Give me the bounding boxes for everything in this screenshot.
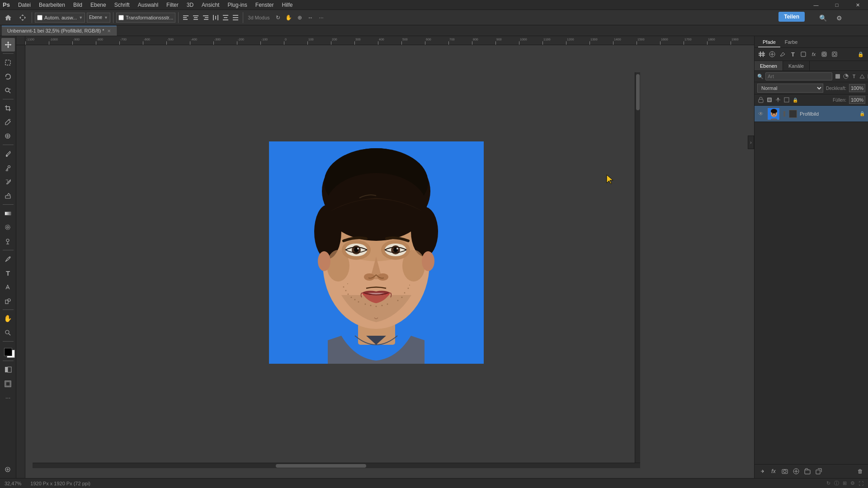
filter-pixel-icon[interactable] xyxy=(834,73,841,80)
add-group-icon[interactable] xyxy=(802,466,812,476)
lock-position-icon[interactable] xyxy=(774,96,782,103)
orbit-icon[interactable]: ↔ xyxy=(306,13,315,22)
panel-tab-pfade[interactable]: Pfade xyxy=(758,38,780,47)
more-tools-button[interactable]: ··· xyxy=(1,391,15,404)
document-tab[interactable]: Unbenannt-1 bei 32,5% (Profilbild, RGB/8… xyxy=(2,26,117,36)
crop-tool[interactable] xyxy=(1,101,15,115)
filter-type-icon[interactable]: T xyxy=(850,73,858,80)
add-adjustment-icon[interactable] xyxy=(791,466,801,476)
quick-select-tool[interactable] xyxy=(1,84,15,97)
menu-3d[interactable]: 3D xyxy=(183,1,197,9)
status-expand-icon[interactable]: ⛶ xyxy=(859,481,863,486)
search-icon[interactable]: 🔍 xyxy=(816,12,829,24)
status-grid-icon[interactable]: ⊞ xyxy=(843,480,847,486)
menu-ebene[interactable]: Ebene xyxy=(87,1,110,9)
healing-tool[interactable] xyxy=(1,129,15,143)
share-button[interactable]: Teilen xyxy=(778,12,805,22)
screen-mode-button[interactable] xyxy=(1,377,15,390)
layer-tab-ebenen[interactable]: Ebenen xyxy=(755,61,783,70)
menu-auswahl[interactable]: Auswahl xyxy=(134,1,162,9)
layer-tab-kanaele[interactable]: Kanäle xyxy=(783,61,810,70)
menu-datei[interactable]: Datei xyxy=(14,1,34,9)
lock-image-icon[interactable] xyxy=(766,96,773,103)
type-tool[interactable]: T xyxy=(1,266,15,280)
color-swatches[interactable] xyxy=(1,345,15,359)
eraser-tool[interactable] xyxy=(1,189,15,202)
transform-checkbox[interactable] xyxy=(118,15,124,20)
vertical-scrollbar-thumb[interactable] xyxy=(636,74,640,110)
menu-filter[interactable]: Filter xyxy=(163,1,182,9)
quick-mask-toggle[interactable] xyxy=(1,363,15,376)
menu-fenster[interactable]: Fenster xyxy=(252,1,278,9)
minimize-button[interactable]: — xyxy=(806,0,826,10)
create-layer-icon[interactable] xyxy=(757,50,766,59)
add-mask-bottom-icon[interactable] xyxy=(780,466,790,476)
opacity-value[interactable]: 100% xyxy=(849,84,865,92)
eyedropper-tool[interactable] xyxy=(1,115,15,129)
filter-adjustment-icon[interactable] xyxy=(842,73,849,80)
close-button[interactable]: ✕ xyxy=(847,0,868,10)
pan-icon[interactable]: ✋ xyxy=(284,13,293,22)
layer-mode-dropdown[interactable]: Ebene ▼ xyxy=(87,13,110,23)
auto-select-checkbox[interactable] xyxy=(37,15,42,20)
menu-schrift[interactable]: Schrift xyxy=(111,1,133,9)
zoom-tool[interactable] xyxy=(1,326,15,339)
menu-bild[interactable]: Bild xyxy=(70,1,86,9)
edit-icon[interactable] xyxy=(778,50,787,59)
add-mask-icon[interactable] xyxy=(768,50,777,59)
blur-tool[interactable] xyxy=(1,221,15,234)
home-icon[interactable] xyxy=(2,11,14,24)
layer-visibility-toggle[interactable]: 👁 xyxy=(757,110,764,117)
foreground-color-swatch[interactable] xyxy=(4,348,12,356)
layer-item-profilbild[interactable]: 👁 xyxy=(755,106,868,122)
lock-layers-icon[interactable]: 🔒 xyxy=(856,50,865,59)
delete-layer-icon[interactable]: 🗑 xyxy=(855,466,865,476)
more-tools-icon[interactable]: ··· xyxy=(317,13,326,22)
blend-mode-dropdown[interactable]: Normal xyxy=(757,84,823,93)
transform-dropdown[interactable]: Transformationssstr... xyxy=(116,13,175,23)
hand-tool[interactable]: ✋ xyxy=(1,312,15,325)
shape-layer-icon[interactable] xyxy=(799,50,808,59)
move-tool-icon[interactable] xyxy=(16,11,29,24)
type-layer-icon[interactable]: T xyxy=(788,50,797,59)
settings-icon[interactable]: ⚙ xyxy=(833,12,845,24)
history-brush-tool[interactable] xyxy=(1,175,15,188)
lock-artboard-icon[interactable] xyxy=(783,96,790,103)
panel-collapse-button[interactable]: › xyxy=(748,136,754,149)
add-style-icon[interactable]: fx xyxy=(769,466,778,476)
tab-close-icon[interactable]: ✕ xyxy=(107,28,111,33)
dodge-tool[interactable] xyxy=(1,235,15,248)
maximize-button[interactable]: □ xyxy=(826,0,847,10)
menu-ansicht[interactable]: Ansicht xyxy=(198,1,223,9)
auto-select-dropdown[interactable]: Autom. ausw... ▼ xyxy=(35,13,85,23)
lock-all-icon[interactable]: 🔒 xyxy=(792,96,799,103)
horizontal-scrollbar-thumb[interactable] xyxy=(276,464,366,468)
menu-hilfe[interactable]: Hilfe xyxy=(278,1,296,9)
vertical-scrollbar[interactable] xyxy=(635,72,640,463)
pen-tool[interactable] xyxy=(1,252,15,266)
filter-shape-icon[interactable] xyxy=(859,73,866,80)
horizontal-scrollbar[interactable] xyxy=(33,463,640,468)
align-right-icon[interactable] xyxy=(201,13,210,22)
smartobj-icon[interactable] xyxy=(830,50,839,59)
menu-plugins[interactable]: Plug-ins xyxy=(224,1,250,9)
layer-search-input[interactable] xyxy=(765,72,832,80)
fx-layer-icon[interactable]: fx xyxy=(809,50,818,59)
distribute-v-icon[interactable] xyxy=(221,13,230,22)
move-tool[interactable] xyxy=(1,38,15,52)
lasso-tool[interactable] xyxy=(1,70,15,83)
distribute-h-icon[interactable] xyxy=(211,13,220,22)
tool-preset-icon[interactable] xyxy=(1,463,15,476)
zoom-tool-icon[interactable]: ⊕ xyxy=(295,13,304,22)
document-canvas[interactable] xyxy=(269,141,484,364)
align-center-icon[interactable] xyxy=(191,13,200,22)
status-info-icon[interactable]: ⓘ xyxy=(834,480,839,487)
panel-tab-farbe[interactable]: Farbe xyxy=(780,38,802,47)
mask-layer-icon[interactable] xyxy=(820,50,829,59)
rotate-icon[interactable]: ↻ xyxy=(274,13,283,22)
clone-stamp-tool[interactable] xyxy=(1,161,15,174)
search-layers-icon[interactable]: 🔍 xyxy=(757,73,764,80)
marquee-tool[interactable] xyxy=(1,56,15,69)
path-selection-tool[interactable] xyxy=(1,280,15,294)
distribute-more-icon[interactable] xyxy=(231,13,240,22)
